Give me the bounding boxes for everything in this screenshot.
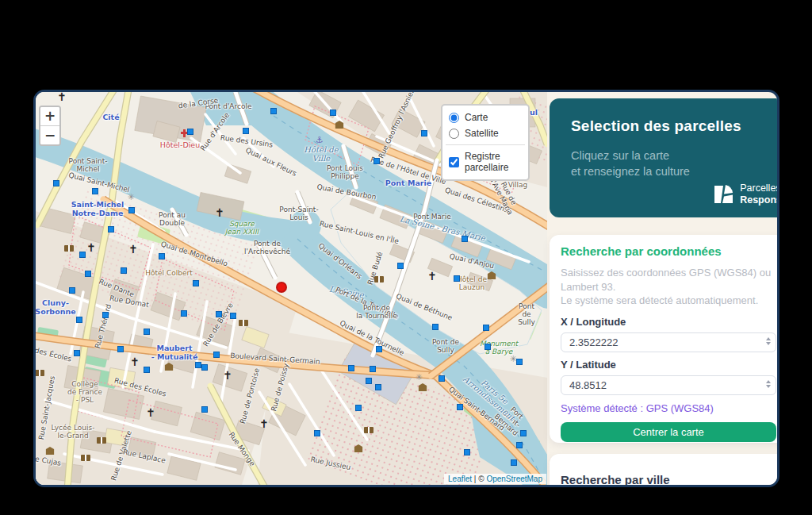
selection-header-card: Selection des parcelles Cliquez sur la c… [550,98,779,217]
satellite-label: Satellite [465,128,499,139]
coords-help-text: Saisissez des coordonnées GPS (WGS84) ou… [561,266,776,308]
parcel-marker[interactable] [439,375,445,382]
parcelles-logo-icon [712,183,734,206]
parcel-marker[interactable] [53,180,59,186]
longitude-input[interactable] [561,332,776,352]
longitude-stepper[interactable] [766,337,771,345]
parcel-marker[interactable] [366,378,372,384]
selected-point-marker[interactable] [276,282,287,293]
parcel-marker[interactable] [376,346,382,352]
parcel-marker[interactable] [520,430,527,436]
latitude-label: Y / Latitude [561,359,776,371]
registre-checkbox[interactable] [449,157,459,167]
sidebar: Selection des parcelles Cliquez sur la c… [550,92,779,485]
parcel-marker[interactable] [355,405,362,411]
layers-separator [446,144,525,145]
parcel-marker[interactable] [117,346,124,352]
longitude-field-wrap [561,332,776,352]
leaflet-link[interactable]: Leaflet [448,475,472,483]
parcel-marker[interactable] [74,350,80,356]
parcel-marker[interactable] [195,362,201,368]
parcel-marker[interactable] [69,287,75,294]
layer-option-satellite[interactable]: Satellite [449,125,522,141]
page-title: Selection des parcelles [571,117,779,135]
longitude-label: X / Longitude [561,316,776,328]
parcel-marker[interactable] [314,430,320,436]
registre-label: Registre parcellaire [465,151,522,173]
header-subtitle-line1: Cliquez sur la carte [571,149,779,162]
copyright-sign: © [478,475,484,483]
brand-logo-text: Parcelles Responsable [740,183,779,206]
parcel-marker[interactable] [79,252,86,258]
parcel-marker[interactable] [348,365,354,371]
latitude-stepper[interactable] [766,380,771,388]
coords-help-line1: Saisissez des coordonnées GPS (WGS84) ou… [561,267,771,293]
parcel-marker[interactable] [483,325,489,331]
city-search-card: Recherche par ville [550,454,779,487]
osm-link[interactable]: OpenStreetMap [486,475,542,483]
parcel-marker[interactable] [375,384,381,390]
parcel-marker[interactable] [144,329,150,335]
carte-radio[interactable] [449,113,459,123]
latitude-field-wrap [561,375,776,395]
parcel-marker[interactable] [485,344,491,350]
brand-name-line1: Parcelles [740,183,779,194]
parcel-marker[interactable] [330,110,336,116]
parcel-marker[interactable] [373,158,380,164]
parcel-marker[interactable] [213,352,220,358]
parcel-marker[interactable] [516,359,523,365]
center-map-button[interactable]: Centrer la carte [561,422,776,442]
parcel-marker[interactable] [108,226,114,233]
parcel-marker[interactable] [457,404,463,410]
parcel-marker[interactable] [144,367,150,373]
map-zoom-control: + − [39,106,61,146]
parcel-marker[interactable] [201,406,208,413]
parcel-marker[interactable] [201,364,208,371]
parcel-marker[interactable] [243,128,249,134]
coords-card-title: Recherche par coordonnées [561,244,776,258]
parcel-marker[interactable] [193,280,199,286]
header-subtitle-line2: et renseignez la culture [571,165,779,178]
brand-logo: Parcelles Responsable [712,183,779,206]
latitude-input[interactable] [561,375,776,395]
detected-system-text: Système détecté : GPS (WGS84) [561,402,776,414]
parcel-marker[interactable] [102,312,109,318]
parcel-marker[interactable] [159,253,165,259]
parcel-marker[interactable] [370,366,376,372]
map-canvas[interactable]: Pont d'ArcoleCitéde la CorseHôtel-DieuRu… [36,92,547,485]
parcel-marker[interactable] [128,207,135,213]
parcel-marker[interactable] [462,236,468,242]
zoom-in-button[interactable]: + [40,107,59,126]
layer-option-carte[interactable]: Carte [449,110,522,125]
app-window: Pont d'ArcoleCitéde la CorseHôtel-DieuRu… [33,90,779,487]
coords-search-card: Recherche par coordonnées Saisissez des … [550,235,779,443]
parcel-marker[interactable] [230,313,236,319]
carte-label: Carte [465,112,488,123]
layer-option-registre[interactable]: Registre parcellaire [449,148,522,175]
brand-name-line2: Responsable [740,194,779,206]
parcel-marker[interactable] [454,275,460,282]
parcel-marker[interactable] [432,324,439,330]
attribution-separator: | [474,475,477,483]
coords-help-line2: Le système sera détecté automatiquement. [561,294,758,306]
parcel-marker[interactable] [92,188,98,194]
parcel-marker[interactable] [464,449,470,455]
map-layers-control: Carte Satellite Registre parcellaire [441,104,530,181]
satellite-radio[interactable] [449,129,459,139]
parcel-marker[interactable] [516,442,523,448]
map-attribution: Leaflet | © OpenStreetMap [444,474,546,484]
parcel-marker[interactable] [397,263,404,269]
parcel-marker[interactable] [511,459,517,466]
parcel-marker[interactable] [121,267,127,274]
parcel-marker[interactable] [187,129,193,135]
parcel-marker[interactable] [216,311,222,317]
parcel-marker[interactable] [85,271,91,277]
parcel-marker[interactable] [421,130,427,136]
parcel-marker[interactable] [76,317,82,323]
zoom-out-button[interactable]: − [40,126,59,144]
parcel-marker[interactable] [270,108,277,114]
parcel-marker[interactable] [181,310,187,317]
city-card-title: Recherche par ville [561,473,776,486]
